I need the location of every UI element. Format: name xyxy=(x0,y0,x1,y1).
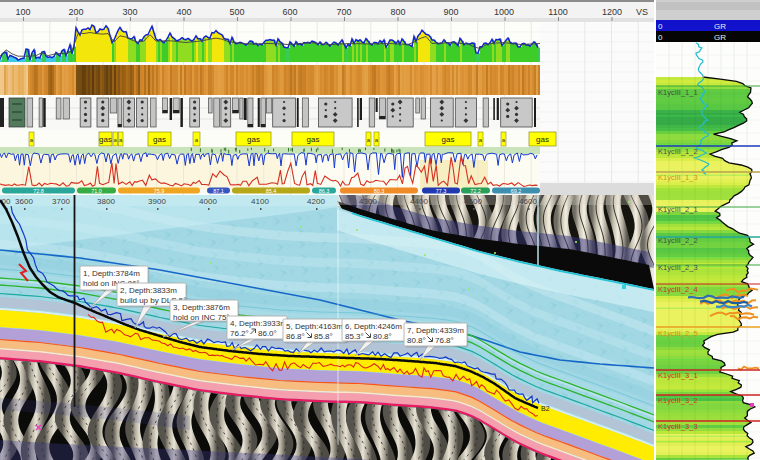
svg-text:K1ycIII_2_5: K1ycIII_2_5 xyxy=(658,329,698,338)
svg-text:86.0°: 86.0° xyxy=(258,329,277,338)
svg-text:5, Depth:4163m: 5, Depth:4163m xyxy=(286,322,343,331)
svg-text:3, Depth:3876m: 3, Depth:3876m xyxy=(173,303,230,312)
svg-text:gas: gas xyxy=(99,135,112,144)
svg-text:86.3: 86.3 xyxy=(319,188,330,194)
svg-text:4300: 4300 xyxy=(359,197,377,206)
svg-text:K1ycIII_2_2: K1ycIII_2_2 xyxy=(658,236,698,245)
svg-text:80.3: 80.3 xyxy=(374,188,385,194)
svg-text:4, Depth:3933m: 4, Depth:3933m xyxy=(230,319,287,328)
svg-text:4100: 4100 xyxy=(251,197,269,206)
svg-text:VS: VS xyxy=(636,7,648,17)
svg-text:6, Depth:4246m: 6, Depth:4246m xyxy=(345,322,402,331)
svg-text:85.3°: 85.3° xyxy=(345,332,364,341)
svg-text:0: 0 xyxy=(658,33,663,42)
svg-text:3900: 3900 xyxy=(148,197,166,206)
svg-text:GR: GR xyxy=(714,33,726,42)
svg-text:hold on INC 75°: hold on INC 75° xyxy=(173,313,230,322)
svg-text:600: 600 xyxy=(282,7,297,17)
svg-text:B2: B2 xyxy=(541,405,550,412)
svg-text:72.2: 72.2 xyxy=(470,188,481,194)
svg-text:K1ycIII_3_3: K1ycIII_3_3 xyxy=(658,422,698,431)
svg-text:800: 800 xyxy=(390,7,405,17)
svg-text:80.8°: 80.8° xyxy=(373,332,392,341)
svg-text:4400: 4400 xyxy=(410,197,428,206)
svg-text:71.0: 71.0 xyxy=(91,188,102,194)
svg-text:4200: 4200 xyxy=(307,197,325,206)
svg-text:gas: gas xyxy=(442,135,455,144)
svg-text:K1ycIII_2_3: K1ycIII_2_3 xyxy=(658,263,698,272)
svg-text:gas: gas xyxy=(536,135,549,144)
svg-text:K1ycIII_2_1: K1ycIII_2_1 xyxy=(658,205,698,214)
svg-text:75.9: 75.9 xyxy=(154,188,165,194)
svg-text:100: 100 xyxy=(15,7,30,17)
svg-text:4600: 4600 xyxy=(519,197,537,206)
svg-text:7, Depth:4339m: 7, Depth:4339m xyxy=(407,326,464,335)
svg-text:3700: 3700 xyxy=(52,197,70,206)
svg-text:77.3: 77.3 xyxy=(436,188,447,194)
svg-text:4000: 4000 xyxy=(199,197,217,206)
svg-text:72.8: 72.8 xyxy=(33,188,44,194)
svg-text:200: 200 xyxy=(68,7,83,17)
svg-text:300: 300 xyxy=(122,7,137,17)
svg-text:GR: GR xyxy=(714,22,726,31)
svg-text:900: 900 xyxy=(443,7,458,17)
svg-text:K1ycIII_3_2: K1ycIII_3_2 xyxy=(658,396,698,405)
svg-text:69.2: 69.2 xyxy=(511,188,522,194)
svg-text:gas: gas xyxy=(247,135,260,144)
svg-text:500: 500 xyxy=(229,7,244,17)
svg-text:87.1: 87.1 xyxy=(213,188,224,194)
svg-text:1, Depth:3784m: 1, Depth:3784m xyxy=(83,269,140,278)
svg-text:K1ycIII_3_1: K1ycIII_3_1 xyxy=(658,371,698,380)
svg-text:1200: 1200 xyxy=(602,7,622,17)
svg-text:76.2°: 76.2° xyxy=(230,329,249,338)
svg-text:4500: 4500 xyxy=(464,197,482,206)
svg-text:3600: 3600 xyxy=(15,197,33,206)
svg-text:K1ycIII_1_1: K1ycIII_1_1 xyxy=(658,88,698,97)
svg-text:K1ycIII_1_2: K1ycIII_1_2 xyxy=(658,147,698,156)
svg-text:K1ycIII_2_4: K1ycIII_2_4 xyxy=(658,285,698,294)
svg-text:85.4: 85.4 xyxy=(266,188,277,194)
svg-text:80.8°: 80.8° xyxy=(407,336,426,345)
svg-text:K1ycIII_1_3: K1ycIII_1_3 xyxy=(658,173,698,182)
svg-text:76.8°: 76.8° xyxy=(435,336,454,345)
svg-text:1000: 1000 xyxy=(494,7,514,17)
svg-text:3800: 3800 xyxy=(97,197,115,206)
svg-text:1100: 1100 xyxy=(548,7,567,17)
svg-text:gas: gas xyxy=(307,135,320,144)
svg-text:86.8°: 86.8° xyxy=(286,332,305,341)
svg-text:gas: gas xyxy=(153,135,166,144)
svg-text:700: 700 xyxy=(336,7,351,17)
svg-text:2, Depth:3833m: 2, Depth:3833m xyxy=(120,286,177,295)
svg-text:85.8°: 85.8° xyxy=(314,332,333,341)
svg-text:400: 400 xyxy=(176,7,191,17)
svg-text:0: 0 xyxy=(658,22,663,31)
